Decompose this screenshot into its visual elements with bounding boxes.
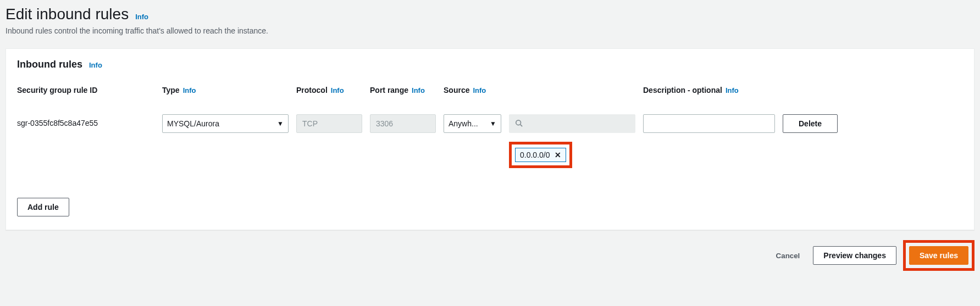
col-header-type: Type Info [162,86,289,94]
protocol-field: TCP [296,114,362,133]
panel-info-link[interactable]: Info [89,61,102,69]
page-title: Edit inbound rules [5,5,129,23]
type-select-value: MYSQL/Aurora [167,119,219,128]
col-header-description: Description - optional Info [643,86,775,94]
cidr-chip: 0.0.0.0/0 ✕ [515,148,566,162]
source-mode-select[interactable]: Anywh... ▼ [444,114,501,133]
search-icon [515,119,523,129]
footer-actions: Cancel Preview changes Save rules [5,240,975,271]
protocol-info-link[interactable]: Info [331,86,344,94]
preview-changes-button[interactable]: Preview changes [813,246,896,265]
type-select[interactable]: MYSQL/Aurora ▼ [162,114,289,133]
port-range-info-link[interactable]: Info [412,86,425,94]
add-rule-button[interactable]: Add rule [17,198,69,216]
source-info-link[interactable]: Info [473,86,486,94]
col-header-port-range-label: Port range [370,86,408,94]
type-info-link[interactable]: Info [183,86,196,94]
col-header-rule-id-label: Security group rule ID [17,86,97,94]
save-rules-button[interactable]: Save rules [909,246,968,265]
caret-down-icon: ▼ [277,120,284,127]
col-header-source-label: Source [444,86,469,94]
cancel-button[interactable]: Cancel [769,252,807,260]
col-header-source: Source Info [444,86,501,94]
col-header-protocol: Protocol Info [296,86,362,94]
page-description: Inbound rules control the incoming traff… [5,26,975,35]
svg-point-0 [516,120,521,125]
svg-line-1 [521,124,523,126]
description-input[interactable] [643,114,775,133]
col-header-description-label: Description - optional [643,86,722,94]
caret-down-icon: ▼ [490,120,496,127]
port-range-field: 3306 [370,114,436,133]
save-highlight: Save rules [903,240,975,271]
col-header-rule-id: Security group rule ID [17,86,154,94]
col-header-type-label: Type [162,86,180,94]
rule-id-value: sgr-0355fc8f5c8a47e55 [17,114,154,127]
col-header-protocol-label: Protocol [296,86,328,94]
remove-cidr-icon[interactable]: ✕ [555,151,561,159]
cidr-highlight: 0.0.0.0/0 ✕ [509,142,572,168]
source-search-input[interactable] [509,114,635,133]
inbound-rules-panel: Inbound rules Info Security group rule I… [5,48,975,230]
col-header-port-range: Port range Info [370,86,436,94]
page-info-link[interactable]: Info [135,13,148,21]
panel-title: Inbound rules [17,59,82,70]
cidr-value: 0.0.0.0/0 [520,151,550,159]
delete-button[interactable]: Delete [783,114,838,133]
description-info-link[interactable]: Info [726,86,739,94]
source-mode-value: Anywh... [449,119,478,128]
